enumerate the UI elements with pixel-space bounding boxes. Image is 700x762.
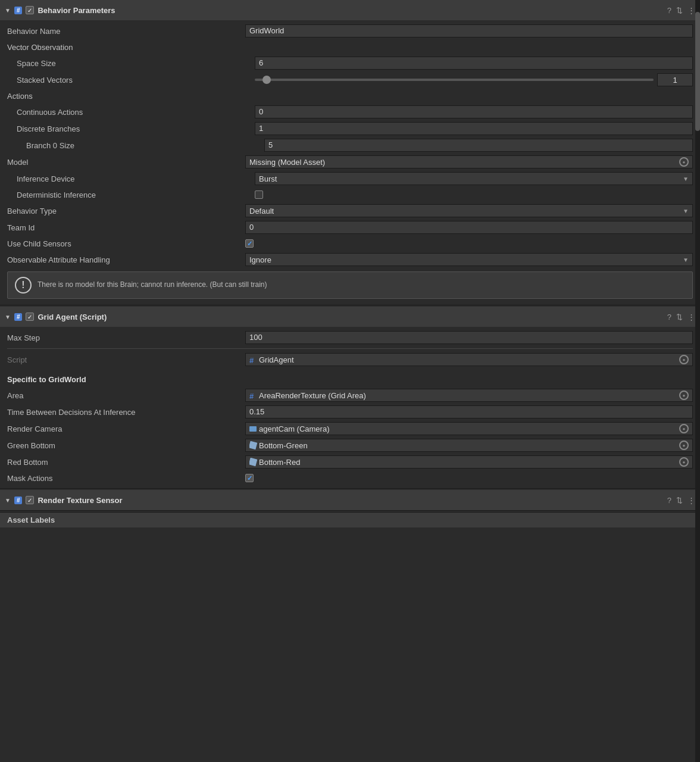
space-size-input[interactable]: 6 — [255, 57, 693, 70]
max-step-label: Max Step — [7, 333, 245, 342]
script-asset-circle[interactable]: ● — [679, 355, 689, 364]
deterministic-inference-checkbox[interactable] — [255, 190, 263, 199]
max-step-row: Max Step 100 — [0, 329, 700, 346]
grid-agent-title: Grid Agent (Script) — [38, 313, 663, 321]
enabled-checkbox-grid-agent[interactable] — [26, 313, 34, 321]
render-texture-sensor-header: ▼ # Render Texture Sensor ? ⇅ ⋮ — [0, 490, 700, 510]
deterministic-inference-row: Deterministic Inference — [0, 187, 700, 202]
max-step-value: 100 — [245, 331, 693, 344]
observable-attribute-dropdown[interactable]: Ignore ▼ — [245, 253, 693, 266]
observable-attribute-handling-row: Observable Attribute Handling Ignore ▼ — [0, 251, 700, 268]
max-step-input[interactable]: 100 — [245, 331, 693, 344]
area-asset-text: # AreaRenderTexture (Grid Area) — [249, 391, 679, 400]
team-id-value: 0 — [245, 221, 693, 234]
separator-1 — [7, 348, 693, 349]
more-icon[interactable]: ⋮ — [688, 6, 695, 15]
team-id-row: Team Id 0 — [0, 219, 700, 236]
red-bottom-asset-field[interactable]: Bottom-Red ● — [245, 455, 693, 469]
hash-badge-rts: # — [14, 496, 23, 504]
red-bottom-label: Red Bottom — [7, 458, 245, 467]
grid-agent-panel: ▼ # Grid Agent (Script) ? ⇅ ⋮ Max Step 1… — [0, 307, 700, 489]
behavior-name-label: Behavior Name — [7, 27, 245, 36]
inference-device-text: Burst — [259, 174, 277, 183]
stacked-vectors-track[interactable] — [255, 79, 654, 81]
mask-actions-row: Mask Actions — [0, 470, 700, 486]
green-bottom-asset-text: Bottom-Green — [249, 441, 679, 450]
render-camera-asset-field[interactable]: agentCam (Camera) ● — [245, 422, 693, 435]
discrete-branches-row: Discrete Branches 1 — [0, 120, 700, 137]
enabled-checkbox-behavior[interactable] — [26, 6, 34, 14]
model-value: Missing (Model Asset) ● — [245, 155, 693, 168]
behavior-type-dropdown[interactable]: Default ▼ — [245, 204, 693, 217]
area-value: # AreaRenderTexture (Grid Area) ● — [245, 389, 693, 402]
branch0-size-label: Branch 0 Size — [26, 141, 264, 150]
area-hash-icon: # — [249, 392, 257, 399]
enabled-checkbox-rts[interactable] — [26, 496, 34, 504]
discrete-branches-input[interactable]: 1 — [255, 122, 693, 135]
model-asset-circle[interactable]: ● — [679, 157, 689, 167]
help-icon-rts[interactable]: ? — [667, 496, 671, 505]
more-icon-grid-agent[interactable]: ⋮ — [688, 313, 695, 321]
area-asset-field[interactable]: # AreaRenderTexture (Grid Area) ● — [245, 389, 693, 402]
space-size-label: Space Size — [17, 59, 255, 68]
header-icons-grid-agent: ? ⇅ ⋮ — [667, 313, 695, 321]
settings-icon[interactable]: ⇅ — [676, 6, 683, 15]
help-icon[interactable]: ? — [667, 6, 671, 15]
collapse-arrow-grid-agent[interactable]: ▼ — [5, 314, 11, 320]
model-asset-field[interactable]: Missing (Model Asset) ● — [245, 155, 693, 168]
green-bottom-circle[interactable]: ● — [679, 441, 689, 450]
behavior-type-text: Default — [249, 207, 274, 216]
stacked-vectors-number[interactable]: 1 — [657, 73, 693, 86]
render-texture-sensor-title: Render Texture Sensor — [38, 496, 663, 505]
inference-device-value: Burst ▼ — [255, 172, 693, 185]
inference-device-row: Inference Device Burst ▼ — [0, 170, 700, 187]
scrollbar-thumb[interactable] — [695, 12, 700, 131]
collapse-arrow-behavior[interactable]: ▼ — [5, 7, 11, 14]
render-camera-value: agentCam (Camera) ● — [245, 422, 693, 435]
behavior-type-value: Default ▼ — [245, 204, 693, 217]
vector-observation-label: Vector Observation — [7, 43, 245, 52]
green-bottom-asset-field[interactable]: Bottom-Green ● — [245, 439, 693, 452]
help-icon-grid-agent[interactable]: ? — [667, 313, 671, 321]
more-icon-rts[interactable]: ⋮ — [688, 496, 695, 505]
hash-badge-grid-agent: # — [14, 313, 23, 321]
discrete-branches-value: 1 — [255, 122, 693, 135]
branch0-size-value: 5 — [264, 139, 693, 152]
scrollbar[interactable] — [695, 0, 700, 762]
collapse-arrow-rts[interactable]: ▼ — [5, 497, 11, 504]
behavior-parameters-title: Behavior Parameters — [38, 6, 663, 15]
asset-labels-bar: Asset Labels — [0, 512, 700, 527]
green-bottom-row: Green Bottom Bottom-Green ● — [0, 437, 700, 454]
inference-device-dropdown[interactable]: Burst ▼ — [255, 172, 693, 185]
branch0-size-input[interactable]: 5 — [264, 139, 693, 152]
discrete-branches-label: Discrete Branches — [17, 124, 255, 133]
script-asset-field[interactable]: # GridAgent ● — [245, 353, 693, 366]
red-bottom-circle[interactable]: ● — [679, 457, 689, 467]
team-id-label: Team Id — [7, 223, 245, 232]
stacked-vectors-label: Stacked Vectors — [17, 76, 255, 85]
use-child-sensors-label: Use Child Sensors — [7, 239, 245, 248]
behavior-type-arrow: ▼ — [683, 208, 689, 214]
actions-row: Actions — [0, 88, 700, 104]
mask-actions-checkbox[interactable] — [245, 474, 254, 482]
render-camera-circle[interactable]: ● — [679, 424, 689, 433]
behavior-name-value: GridWorld — [245, 24, 693, 38]
script-value: # GridAgent ● — [245, 353, 693, 366]
use-child-sensors-checkbox[interactable] — [245, 239, 254, 248]
model-label: Model — [7, 158, 245, 167]
red-bottom-value: Bottom-Red ● — [245, 455, 693, 469]
time-between-decisions-input[interactable]: 0.15 — [245, 405, 693, 419]
render-camera-row: Render Camera agentCam (Camera) ● — [0, 420, 700, 437]
team-id-input[interactable]: 0 — [245, 221, 693, 234]
warning-box: ! There is no model for this Brain; cann… — [7, 271, 693, 299]
time-between-decisions-label: Time Between Decisions At Inference — [7, 408, 245, 417]
settings-icon-rts[interactable]: ⇅ — [676, 496, 683, 505]
behavior-parameters-panel: ▼ # Behavior Parameters ? ⇅ ⋮ Behavior N… — [0, 0, 700, 305]
area-asset-circle[interactable]: ● — [679, 391, 689, 400]
actions-label: Actions — [7, 92, 245, 101]
behavior-name-input[interactable]: GridWorld — [245, 24, 693, 38]
time-between-decisions-value: 0.15 — [245, 405, 693, 419]
stacked-vectors-thumb[interactable] — [262, 76, 271, 84]
continuous-actions-input[interactable]: 0 — [255, 105, 693, 118]
settings-icon-grid-agent[interactable]: ⇅ — [676, 313, 683, 321]
